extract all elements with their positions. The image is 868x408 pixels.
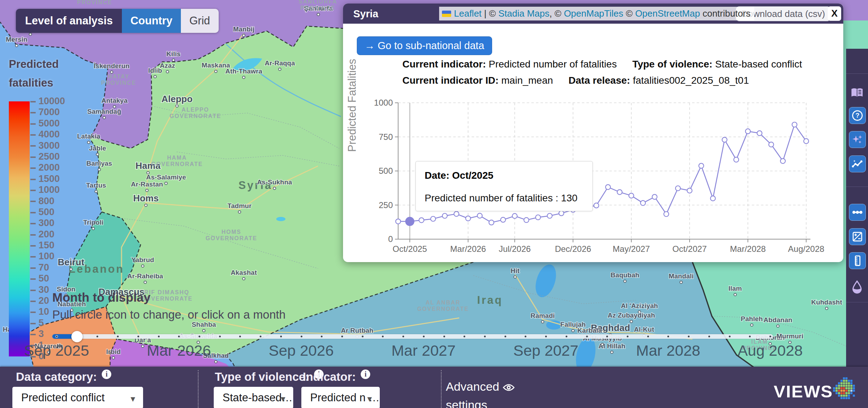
slider-month-dot[interactable] (627, 336, 628, 337)
toggle-option-country[interactable]: Country (122, 9, 181, 33)
time-slider-track[interactable] (52, 334, 773, 339)
toggle-option-grid[interactable]: Grid (181, 9, 219, 33)
map-label: Ar-Rastan (131, 181, 163, 188)
slider-month-label[interactable]: Mar 2026 (147, 342, 211, 359)
timeline-dots-button[interactable] (849, 204, 866, 221)
slider-month-dot[interactable] (463, 336, 465, 337)
slider-month-dot[interactable] (606, 336, 608, 337)
stadia-link[interactable]: Stadia Maps (498, 8, 550, 19)
slider-month-label[interactable]: Mar 2028 (636, 342, 701, 359)
map-label: Az Zubaydiyah (608, 312, 655, 319)
map-city-dot (154, 75, 156, 78)
slider-month-dot[interactable] (321, 336, 323, 337)
slider-month-dot[interactable] (199, 336, 200, 337)
slider-month-dot[interactable] (484, 336, 486, 337)
trend-line-icon (851, 158, 863, 170)
map-label: Hit (510, 267, 520, 274)
slider-month-dot[interactable] (525, 336, 526, 337)
map-label: Tadmur (228, 202, 252, 209)
slider-month-dot[interactable] (117, 336, 119, 337)
slider-month-dot[interactable] (219, 336, 221, 337)
slider-month-dot[interactable] (729, 336, 731, 337)
slider-month-label[interactable]: Sep 2026 (269, 342, 334, 359)
legend-tick: 20 (30, 295, 49, 306)
slider-month-dot[interactable] (96, 336, 98, 337)
map-city-dot (146, 189, 148, 191)
water-drop-icon[interactable] (849, 279, 865, 295)
map-label: Yabrud (131, 256, 154, 264)
map-label: Idlib (148, 67, 162, 74)
ai-sparkles-button[interactable] (849, 131, 866, 148)
leaflet-link[interactable]: Leaflet (454, 8, 482, 19)
contrast-adjust-button[interactable] (849, 228, 866, 245)
slider-month-dot[interactable] (566, 336, 567, 337)
slider-month-dot[interactable] (341, 336, 343, 337)
slider-month-label[interactable]: Aug 2028 (738, 342, 803, 359)
slider-month-dot[interactable] (769, 336, 771, 337)
slider-month-dot[interactable] (137, 336, 139, 337)
map-city-dot (141, 345, 144, 347)
docs-book-icon[interactable] (849, 85, 865, 101)
openstreetmap-link[interactable]: OpenStreetMap (635, 8, 700, 19)
ruler-button[interactable] (849, 252, 866, 269)
slider-month-dot[interactable] (708, 336, 710, 337)
slider-month-dot[interactable] (443, 336, 445, 337)
legend-tick: 4000 (30, 129, 60, 140)
chart-tooltip: Date: Oct/2025 Predicted number of fatal… (415, 161, 593, 211)
info-icon[interactable]: i (361, 369, 370, 379)
legend-colorbar (9, 101, 30, 356)
slider-month-dot[interactable] (688, 336, 690, 337)
slider-title: Month to display (52, 290, 150, 304)
slider-month-dot[interactable] (749, 336, 751, 337)
slider-month-dot[interactable] (545, 336, 547, 337)
slider-month-dot[interactable] (158, 336, 160, 337)
slider-month-dot[interactable] (647, 336, 649, 337)
map-label: Ramadi (531, 312, 555, 319)
close-icon[interactable]: X (828, 6, 841, 21)
indicator-select[interactable]: Predicted n …▼ (301, 387, 380, 408)
subnational-button[interactable]: → Go to sub-national data (357, 36, 492, 55)
map-city-dot (541, 320, 544, 323)
map-label: Baniyas (87, 160, 112, 167)
slider-month-dot[interactable] (56, 336, 58, 337)
slider-month-dot[interactable] (667, 336, 669, 337)
slider-month-dot[interactable] (301, 336, 302, 337)
legend-tick: 2500 (30, 151, 60, 162)
legend-tick: 2000 (30, 162, 60, 173)
slider-month-dot[interactable] (362, 336, 364, 337)
slider-month-dot[interactable] (280, 336, 282, 337)
slider-month-dot[interactable] (239, 336, 241, 337)
map-label: Karbala (577, 327, 602, 334)
sparkles-icon (851, 134, 863, 146)
slider-month-dot[interactable] (402, 336, 404, 337)
ukraine-flag-icon (442, 11, 451, 17)
map-city-dot (278, 68, 281, 70)
slider-month-label[interactable]: Mar 2027 (391, 342, 456, 359)
map-city-dot (242, 76, 245, 78)
map-lake-habbaniyah (546, 320, 562, 330)
time-slider-handle[interactable] (71, 331, 83, 342)
slider-month-dot[interactable] (504, 336, 506, 337)
map-city-dot (624, 280, 626, 282)
slider-month-dot[interactable] (423, 336, 425, 337)
help-button[interactable]: ? (849, 107, 866, 124)
map-city-dot (734, 293, 736, 296)
right-sidebar: ? (846, 49, 868, 367)
trend-chart-button[interactable] (849, 155, 866, 172)
map-label: Beirut (58, 257, 84, 267)
slider-month-dot[interactable] (586, 336, 588, 337)
data-category-select[interactable]: Predicted conflict▼ (12, 387, 143, 408)
slider-month-dot[interactable] (382, 336, 384, 337)
slider-month-dot[interactable] (260, 336, 261, 337)
tooltip-date: Date: Oct/2025 (425, 170, 494, 181)
openmaptiles-link[interactable]: OpenMapTiles (564, 8, 623, 19)
map-city-dot (103, 116, 105, 119)
info-icon[interactable]: i (102, 369, 111, 379)
type-of-violence-select[interactable]: State-based…▼ (214, 387, 293, 408)
slider-month-label[interactable]: Sep 2027 (513, 342, 578, 359)
slider-month-label[interactable]: Sep 2025 (24, 342, 89, 359)
slider-month-dot[interactable] (178, 336, 180, 337)
advanced-settings-link[interactable]: Advanced settings (446, 377, 515, 408)
map-label: Abdanan (763, 316, 792, 324)
map-label: SANLIURFAPROVINCE (299, 0, 337, 11)
